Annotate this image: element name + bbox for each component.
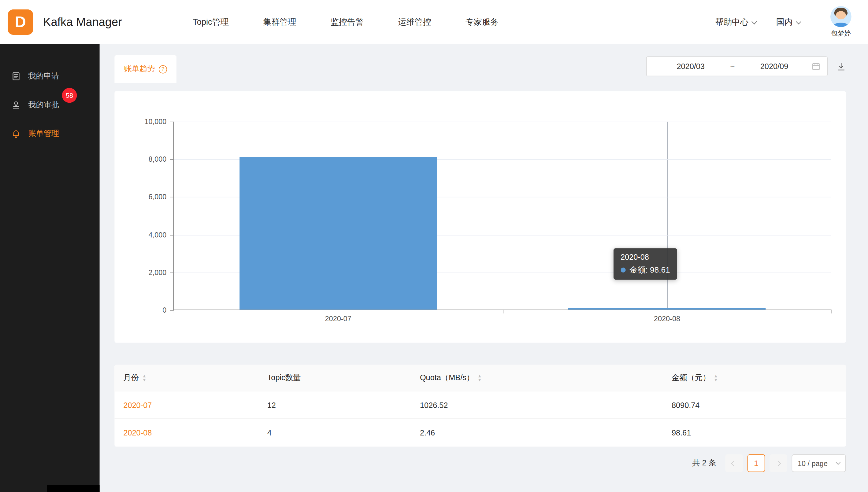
table-cell: 1026.52 [411, 400, 663, 409]
sidebar: 我的申请我的审批58账单管理 [0, 44, 100, 492]
table-cell: 12 [258, 400, 411, 409]
bill-trend-chart-card: 2020-08 金额: 98.61 02,0004,0006,0008,0001… [114, 91, 846, 343]
table-cell: 8090.74 [663, 400, 846, 409]
download-icon[interactable] [837, 62, 846, 71]
pagination: 共 2 条 1 10 / page [114, 454, 846, 472]
avatar-face [836, 11, 846, 19]
y-axis-label: 4,000 [149, 230, 167, 239]
approval-stamp-icon [11, 100, 21, 110]
sidebar-item-label: 我的申请 [28, 71, 59, 81]
y-axis-label: 10,000 [145, 117, 167, 126]
next-page-button[interactable] [770, 454, 787, 472]
column-header[interactable]: Quota（MB/s）▲▼ [411, 373, 663, 383]
page-size-value: 10 / page [798, 459, 828, 467]
page-1-button[interactable]: 1 [747, 454, 765, 472]
sidebar-item[interactable]: 我的申请 [0, 62, 100, 91]
sidebar-item[interactable]: 账单管理 [0, 120, 100, 148]
nav-item-1[interactable]: Topic管理 [193, 17, 229, 27]
nav-item-5[interactable]: 专家服务 [466, 17, 499, 27]
page-size-select[interactable]: 10 / page [792, 454, 846, 472]
sort-carets-icon[interactable]: ▲▼ [142, 374, 146, 382]
y-axis-label: 0 [162, 306, 166, 314]
avatar[interactable] [830, 6, 851, 27]
date-range-picker[interactable]: 2020/03 ~ 2020/09 [646, 56, 828, 76]
y-tick-mark [170, 159, 174, 160]
clipboard-icon [11, 71, 21, 81]
x-tick-mark [502, 310, 503, 314]
table-row: 2020-0842.4698.61 [114, 419, 846, 446]
nav-item-4[interactable]: 运维管控 [398, 17, 431, 27]
column-label: Quota（MB/s） [420, 373, 474, 383]
chevron-down-icon [836, 460, 841, 465]
column-header[interactable]: 金额（元）▲▼ [663, 373, 846, 383]
app-logo-icon[interactable] [8, 9, 33, 35]
sidebar-item-label: 账单管理 [28, 129, 59, 139]
date-end-value[interactable]: 2020/09 [737, 62, 812, 71]
column-header: Topic数量 [258, 373, 411, 383]
bill-alert-icon [11, 129, 21, 139]
date-separator: ~ [728, 62, 737, 71]
sidebar-item-label: 我的审批 [28, 100, 59, 110]
table-row: 2020-07121026.528090.74 [114, 391, 846, 419]
toolbar-right: 2020/03 ~ 2020/09 [646, 56, 846, 76]
column-label: Topic数量 [267, 373, 301, 383]
total-count: 共 2 条 [692, 458, 716, 468]
username: 包梦婷 [831, 29, 851, 38]
column-header[interactable]: 月份▲▼ [114, 373, 258, 383]
x-tick-mark [174, 310, 174, 314]
tab-bill-trend[interactable]: 账单趋势 [114, 55, 177, 83]
y-tick-mark [170, 197, 174, 198]
month-link[interactable]: 2020-08 [114, 428, 258, 437]
y-axis-label: 2,000 [149, 268, 167, 276]
x-axis-label: 2020-07 [325, 315, 351, 323]
sort-carets-icon[interactable]: ▲▼ [713, 374, 718, 382]
question-circle-icon[interactable] [159, 65, 167, 73]
sidebar-collapse-trigger[interactable] [47, 485, 100, 492]
column-label: 金额（元） [672, 373, 710, 383]
chevron-down-icon [796, 19, 801, 24]
bar-2020-08[interactable] [568, 308, 766, 310]
tab-label: 账单趋势 [124, 64, 155, 74]
x-axis-label: 2020-08 [654, 315, 680, 323]
chevron-left-icon [731, 461, 737, 466]
calendar-icon [812, 62, 821, 71]
user-menu[interactable]: 包梦婷 [830, 6, 851, 38]
help-center-menu[interactable]: 帮助中心 [715, 17, 756, 27]
top-header: Kafka Manager Topic管理集群管理监控告警运维管控专家服务 帮助… [0, 0, 868, 44]
y-tick-mark [170, 310, 174, 311]
table-cell: 2.46 [411, 428, 663, 437]
region-label: 国内 [776, 17, 793, 27]
date-start-value[interactable]: 2020/03 [653, 62, 728, 71]
chart-tooltip: 2020-08 金额: 98.61 [613, 248, 677, 279]
y-axis-label: 8,000 [149, 155, 167, 164]
y-tick-mark [170, 122, 174, 122]
nav-item-2[interactable]: 集群管理 [263, 17, 296, 27]
y-tick-mark [170, 272, 174, 273]
sidebar-item[interactable]: 我的审批58 [0, 91, 100, 120]
prev-page-button[interactable] [725, 454, 743, 472]
chevron-down-icon [751, 19, 757, 24]
tooltip-value: 金额: 98.61 [629, 265, 670, 275]
app-window: Kafka Manager Topic管理集群管理监控告警运维管控专家服务 帮助… [0, 0, 868, 492]
sidebar-menu: 我的申请我的审批58账单管理 [0, 62, 100, 148]
column-label: 月份 [123, 373, 139, 383]
region-select[interactable]: 国内 [776, 17, 801, 27]
bar-2020-07[interactable] [239, 157, 437, 310]
nav-item-3[interactable]: 监控告警 [331, 17, 364, 27]
toolbar: 账单趋势 2020/03 ~ 2020/09 [114, 55, 846, 83]
main-content: 账单趋势 2020/03 ~ 2020/09 [100, 44, 868, 492]
table-header-row: 月份▲▼Topic数量Quota（MB/s）▲▼金额（元）▲▼ [114, 365, 846, 391]
y-tick-mark [170, 235, 174, 235]
app-title: Kafka Manager [43, 16, 122, 29]
header-right: 帮助中心 国内 包梦婷 [715, 6, 851, 38]
notification-badge: 58 [62, 88, 77, 103]
avatar-body [832, 23, 849, 27]
chart-crosshair-line [667, 122, 668, 310]
sort-carets-icon[interactable]: ▲▼ [477, 374, 482, 382]
month-link[interactable]: 2020-07 [114, 400, 258, 409]
help-center-label: 帮助中心 [715, 17, 749, 27]
y-axis-label: 6,000 [149, 193, 167, 201]
series-dot-icon [620, 267, 626, 272]
top-nav: Topic管理集群管理监控告警运维管控专家服务 [193, 17, 498, 27]
billing-table: 月份▲▼Topic数量Quota（MB/s）▲▼金额（元）▲▼2020-0712… [114, 365, 846, 447]
